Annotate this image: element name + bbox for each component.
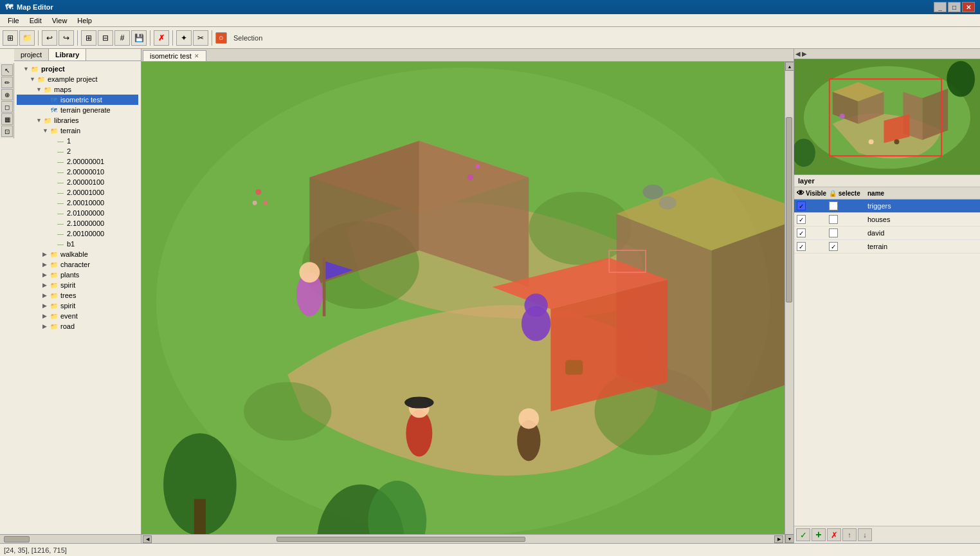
tree-houses[interactable]: ▶ 📁 spirit: [17, 301, 138, 311]
layer-lock-david: [829, 228, 867, 237]
arrow-walkable[interactable]: ▶: [42, 251, 49, 257]
pencil-tool[interactable]: ✏: [1, 77, 13, 88]
new-button[interactable]: ⊞: [3, 30, 18, 46]
tree-terrain-1[interactable]: — 1: [17, 136, 138, 146]
arrow-libs[interactable]: ▼: [36, 117, 42, 124]
tree-libraries[interactable]: ▼ 📁 libraries: [17, 115, 138, 125]
tree-hscroll-thumb[interactable]: [4, 536, 30, 542]
tree-trees[interactable]: ▶ 📁 trees: [17, 290, 138, 301]
grid-button[interactable]: ⊞: [81, 30, 96, 46]
menu-help[interactable]: Help: [72, 15, 97, 26]
tab-library[interactable]: Library: [49, 49, 86, 60]
minimap-right-arrow[interactable]: ▶: [802, 50, 807, 57]
tree-t6[interactable]: — 2.00001000: [17, 187, 138, 198]
tree-plants[interactable]: ▶ 📁 plants: [17, 270, 138, 280]
layer-up-button[interactable]: ↑: [842, 528, 857, 541]
layer-selectable-check-david[interactable]: [829, 228, 838, 237]
tree-t8[interactable]: — 2.01000000: [17, 208, 138, 218]
grid2-button[interactable]: ⊟: [98, 30, 113, 46]
arrow-maps[interactable]: ▼: [36, 86, 42, 93]
layer-name-terrain: terrain: [867, 243, 977, 250]
layer-visible-check-david[interactable]: [797, 228, 806, 237]
tree-character[interactable]: ▶ 📁 character: [17, 259, 138, 270]
h-scroll-thumb[interactable]: [277, 537, 525, 542]
iso-map[interactable]: [141, 62, 785, 534]
layer-selectable-check-triggers[interactable]: [829, 201, 838, 210]
tab-close-iso[interactable]: ✕: [194, 53, 199, 59]
layer-delete-button[interactable]: ✗: [827, 528, 841, 541]
v-scroll-up[interactable]: ▲: [785, 62, 794, 71]
tool2-button[interactable]: ✂: [193, 30, 208, 46]
layer-row-triggers[interactable]: triggers: [794, 199, 980, 213]
arrow-road[interactable]: ▶: [42, 323, 49, 329]
tree-isometric-test[interactable]: 🗺 isometric test: [17, 95, 138, 105]
v-scroll-down[interactable]: ▼: [785, 534, 794, 543]
tree-hscrollbar[interactable]: [0, 534, 141, 543]
open-button[interactable]: 📁: [19, 30, 35, 46]
layer-visible-check-houses[interactable]: [797, 215, 806, 224]
tree-maps[interactable]: ▼ 📁 maps: [17, 84, 138, 95]
map-viewport[interactable]: [141, 62, 785, 534]
tree-terrain-generate[interactable]: 🗺 terrain generate: [17, 105, 138, 115]
tree-t4[interactable]: — 2.00000010: [17, 167, 138, 177]
layer-down-button[interactable]: ↓: [858, 528, 872, 541]
arrow-spirit[interactable]: ▶: [42, 282, 49, 288]
tree-event[interactable]: ▶ 📁 event: [17, 311, 138, 321]
layer-row-david[interactable]: david: [794, 227, 980, 240]
tree-walkable[interactable]: ▶ 📁 walkable: [17, 249, 138, 259]
maximize-button[interactable]: □: [948, 2, 961, 12]
layer-row-houses[interactable]: houses: [794, 213, 980, 227]
tree-terrain-folder[interactable]: ▼ 📁 terrain: [17, 125, 138, 136]
h-scroll-left[interactable]: ◀: [143, 535, 152, 543]
layer-selectable-check-houses[interactable]: [829, 215, 838, 224]
mode-icon[interactable]: ⊙: [215, 32, 227, 44]
layer-visible-check-terrain[interactable]: [797, 242, 806, 251]
layer-check-button[interactable]: ✓: [796, 528, 810, 541]
arrow-plants[interactable]: ▶: [42, 272, 49, 278]
eraser-tool[interactable]: ◻: [1, 101, 13, 113]
tree-t10[interactable]: — 2.00100000: [17, 228, 138, 239]
layer-selectable-check-terrain[interactable]: [829, 242, 838, 251]
tab-isometric-test[interactable]: isometric test ✕: [143, 50, 206, 61]
cancel-button[interactable]: ✗: [154, 30, 169, 46]
minimize-button[interactable]: _: [934, 2, 947, 12]
tree-terrain-2[interactable]: — 2: [17, 146, 138, 156]
undo-button[interactable]: ↩: [42, 30, 57, 46]
tab-project[interactable]: project: [14, 49, 49, 60]
arrow-terrain-folder[interactable]: ▼: [42, 127, 49, 134]
tree-t9[interactable]: — 2.10000000: [17, 218, 138, 228]
h-scrollbar[interactable]: ◀ ▶: [141, 534, 785, 543]
hash-button[interactable]: #: [114, 30, 130, 46]
h-scroll-right[interactable]: ▶: [774, 535, 783, 543]
arrow-example[interactable]: ▼: [30, 76, 36, 82]
select-tool[interactable]: ⊡: [1, 125, 13, 137]
arrow-project[interactable]: ▼: [23, 66, 30, 72]
minimap-left-arrow[interactable]: ◀: [795, 50, 801, 57]
arrow-trees[interactable]: ▶: [42, 292, 49, 299]
arrow-event[interactable]: ▶: [42, 313, 49, 319]
menu-view[interactable]: View: [47, 15, 73, 26]
arrow-character[interactable]: ▶: [42, 261, 49, 268]
layer-visible-check-triggers[interactable]: [797, 201, 806, 210]
center-area: isometric test ✕: [141, 49, 794, 543]
arrow-houses[interactable]: ▶: [42, 302, 49, 309]
tree-spirit[interactable]: ▶ 📁 spirit: [17, 280, 138, 290]
fill-tool[interactable]: ▦: [1, 113, 13, 125]
redo-button[interactable]: ↪: [59, 30, 74, 46]
layer-row-terrain[interactable]: terrain: [794, 240, 980, 254]
tree-t5[interactable]: — 2.00000100: [17, 177, 138, 187]
tree-example-project[interactable]: ▼ 📁 example project: [17, 74, 138, 84]
layer-add-button[interactable]: +: [812, 528, 826, 541]
menu-edit[interactable]: Edit: [24, 15, 47, 26]
v-scroll-thumb[interactable]: [786, 117, 792, 302]
stamp-tool[interactable]: ⊕: [1, 89, 13, 100]
save-button[interactable]: 💾: [131, 30, 147, 46]
pointer-tool[interactable]: ↖: [1, 64, 13, 76]
tool1-button[interactable]: ✦: [176, 30, 192, 46]
tree-b1[interactable]: — b1: [17, 239, 138, 249]
close-button[interactable]: ✕: [962, 2, 975, 12]
tree-t3[interactable]: — 2.00000001: [17, 156, 138, 167]
tree-t7[interactable]: — 2.00010000: [17, 198, 138, 208]
menu-file[interactable]: File: [3, 15, 24, 26]
tree-road[interactable]: ▶ 📁 road: [17, 321, 138, 331]
